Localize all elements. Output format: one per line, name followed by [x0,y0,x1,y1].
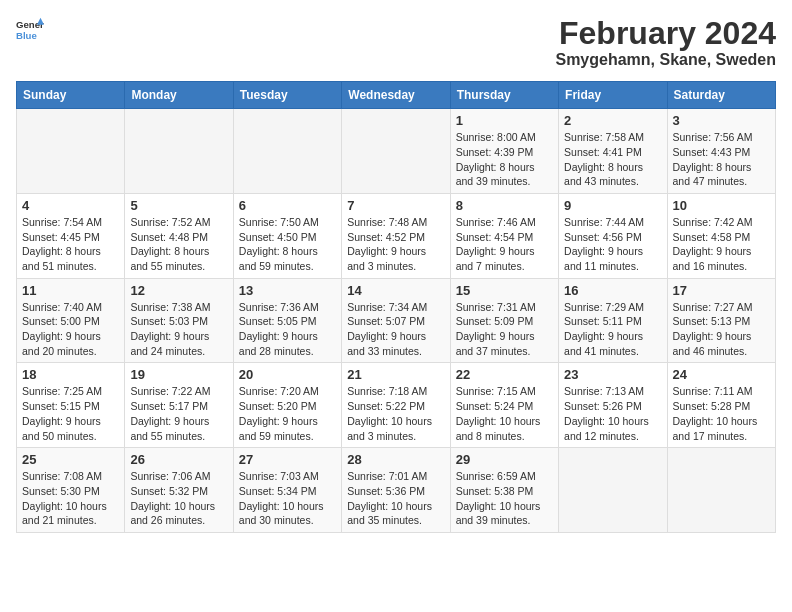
day-info: Sunrise: 7:29 AMSunset: 5:11 PMDaylight:… [564,300,661,359]
day-info: Sunrise: 7:06 AMSunset: 5:32 PMDaylight:… [130,469,227,528]
day-number: 27 [239,452,336,467]
day-info: Sunrise: 7:52 AMSunset: 4:48 PMDaylight:… [130,215,227,274]
calendar-cell: 21Sunrise: 7:18 AMSunset: 5:22 PMDayligh… [342,363,450,448]
day-info: Sunrise: 7:22 AMSunset: 5:17 PMDaylight:… [130,384,227,443]
calendar-cell: 19Sunrise: 7:22 AMSunset: 5:17 PMDayligh… [125,363,233,448]
calendar-cell: 6Sunrise: 7:50 AMSunset: 4:50 PMDaylight… [233,193,341,278]
svg-text:Blue: Blue [16,30,37,41]
calendar-cell: 26Sunrise: 7:06 AMSunset: 5:32 PMDayligh… [125,448,233,533]
calendar-header: SundayMondayTuesdayWednesdayThursdayFrid… [17,82,776,109]
day-info: Sunrise: 7:01 AMSunset: 5:36 PMDaylight:… [347,469,444,528]
weekday-header: Friday [559,82,667,109]
day-number: 14 [347,283,444,298]
day-info: Sunrise: 7:03 AMSunset: 5:34 PMDaylight:… [239,469,336,528]
day-number: 24 [673,367,770,382]
title-block: February 2024 Smygehamn, Skane, Sweden [555,16,776,69]
calendar-cell: 18Sunrise: 7:25 AMSunset: 5:15 PMDayligh… [17,363,125,448]
day-info: Sunrise: 7:44 AMSunset: 4:56 PMDaylight:… [564,215,661,274]
weekday-row: SundayMondayTuesdayWednesdayThursdayFrid… [17,82,776,109]
weekday-header: Thursday [450,82,558,109]
calendar-cell [667,448,775,533]
day-number: 20 [239,367,336,382]
location-title: Smygehamn, Skane, Sweden [555,51,776,69]
day-info: Sunrise: 7:18 AMSunset: 5:22 PMDaylight:… [347,384,444,443]
day-number: 29 [456,452,553,467]
day-info: Sunrise: 7:36 AMSunset: 5:05 PMDaylight:… [239,300,336,359]
calendar-cell: 13Sunrise: 7:36 AMSunset: 5:05 PMDayligh… [233,278,341,363]
day-number: 9 [564,198,661,213]
day-info: Sunrise: 7:54 AMSunset: 4:45 PMDaylight:… [22,215,119,274]
day-info: Sunrise: 7:25 AMSunset: 5:15 PMDaylight:… [22,384,119,443]
day-number: 8 [456,198,553,213]
calendar-cell: 7Sunrise: 7:48 AMSunset: 4:52 PMDaylight… [342,193,450,278]
calendar-cell: 29Sunrise: 6:59 AMSunset: 5:38 PMDayligh… [450,448,558,533]
day-info: Sunrise: 7:13 AMSunset: 5:26 PMDaylight:… [564,384,661,443]
calendar-cell: 8Sunrise: 7:46 AMSunset: 4:54 PMDaylight… [450,193,558,278]
day-number: 25 [22,452,119,467]
day-info: Sunrise: 7:20 AMSunset: 5:20 PMDaylight:… [239,384,336,443]
calendar-week-row: 18Sunrise: 7:25 AMSunset: 5:15 PMDayligh… [17,363,776,448]
day-info: Sunrise: 8:00 AMSunset: 4:39 PMDaylight:… [456,130,553,189]
day-info: Sunrise: 7:48 AMSunset: 4:52 PMDaylight:… [347,215,444,274]
calendar-cell: 3Sunrise: 7:56 AMSunset: 4:43 PMDaylight… [667,109,775,194]
calendar-cell [125,109,233,194]
calendar-cell: 17Sunrise: 7:27 AMSunset: 5:13 PMDayligh… [667,278,775,363]
day-number: 18 [22,367,119,382]
day-info: Sunrise: 7:58 AMSunset: 4:41 PMDaylight:… [564,130,661,189]
weekday-header: Tuesday [233,82,341,109]
calendar-table: SundayMondayTuesdayWednesdayThursdayFrid… [16,81,776,533]
calendar-cell: 4Sunrise: 7:54 AMSunset: 4:45 PMDaylight… [17,193,125,278]
day-info: Sunrise: 7:08 AMSunset: 5:30 PMDaylight:… [22,469,119,528]
logo-icon: General Blue [16,16,44,44]
calendar-cell: 23Sunrise: 7:13 AMSunset: 5:26 PMDayligh… [559,363,667,448]
day-number: 2 [564,113,661,128]
page-header: General Blue February 2024 Smygehamn, Sk… [16,16,776,69]
calendar-cell: 27Sunrise: 7:03 AMSunset: 5:34 PMDayligh… [233,448,341,533]
calendar-week-row: 4Sunrise: 7:54 AMSunset: 4:45 PMDaylight… [17,193,776,278]
month-title: February 2024 [555,16,776,51]
day-number: 12 [130,283,227,298]
day-info: Sunrise: 7:40 AMSunset: 5:00 PMDaylight:… [22,300,119,359]
calendar-cell [559,448,667,533]
calendar-cell: 16Sunrise: 7:29 AMSunset: 5:11 PMDayligh… [559,278,667,363]
day-info: Sunrise: 7:27 AMSunset: 5:13 PMDaylight:… [673,300,770,359]
calendar-week-row: 1Sunrise: 8:00 AMSunset: 4:39 PMDaylight… [17,109,776,194]
day-number: 17 [673,283,770,298]
weekday-header: Sunday [17,82,125,109]
calendar-cell [233,109,341,194]
day-info: Sunrise: 7:42 AMSunset: 4:58 PMDaylight:… [673,215,770,274]
day-number: 1 [456,113,553,128]
calendar-cell [17,109,125,194]
day-number: 5 [130,198,227,213]
calendar-body: 1Sunrise: 8:00 AMSunset: 4:39 PMDaylight… [17,109,776,533]
day-number: 22 [456,367,553,382]
day-number: 28 [347,452,444,467]
calendar-cell: 1Sunrise: 8:00 AMSunset: 4:39 PMDaylight… [450,109,558,194]
calendar-cell: 11Sunrise: 7:40 AMSunset: 5:00 PMDayligh… [17,278,125,363]
calendar-cell: 24Sunrise: 7:11 AMSunset: 5:28 PMDayligh… [667,363,775,448]
day-number: 13 [239,283,336,298]
day-number: 21 [347,367,444,382]
day-number: 15 [456,283,553,298]
calendar-cell: 14Sunrise: 7:34 AMSunset: 5:07 PMDayligh… [342,278,450,363]
calendar-cell: 10Sunrise: 7:42 AMSunset: 4:58 PMDayligh… [667,193,775,278]
calendar-cell: 25Sunrise: 7:08 AMSunset: 5:30 PMDayligh… [17,448,125,533]
day-info: Sunrise: 7:15 AMSunset: 5:24 PMDaylight:… [456,384,553,443]
calendar-cell: 9Sunrise: 7:44 AMSunset: 4:56 PMDaylight… [559,193,667,278]
day-number: 4 [22,198,119,213]
day-number: 23 [564,367,661,382]
day-info: Sunrise: 7:56 AMSunset: 4:43 PMDaylight:… [673,130,770,189]
day-number: 16 [564,283,661,298]
day-info: Sunrise: 7:11 AMSunset: 5:28 PMDaylight:… [673,384,770,443]
day-number: 10 [673,198,770,213]
calendar-cell: 2Sunrise: 7:58 AMSunset: 4:41 PMDaylight… [559,109,667,194]
calendar-week-row: 11Sunrise: 7:40 AMSunset: 5:00 PMDayligh… [17,278,776,363]
day-info: Sunrise: 7:38 AMSunset: 5:03 PMDaylight:… [130,300,227,359]
weekday-header: Monday [125,82,233,109]
day-number: 6 [239,198,336,213]
calendar-week-row: 25Sunrise: 7:08 AMSunset: 5:30 PMDayligh… [17,448,776,533]
day-info: Sunrise: 7:50 AMSunset: 4:50 PMDaylight:… [239,215,336,274]
weekday-header: Saturday [667,82,775,109]
calendar-cell: 20Sunrise: 7:20 AMSunset: 5:20 PMDayligh… [233,363,341,448]
calendar-cell: 28Sunrise: 7:01 AMSunset: 5:36 PMDayligh… [342,448,450,533]
